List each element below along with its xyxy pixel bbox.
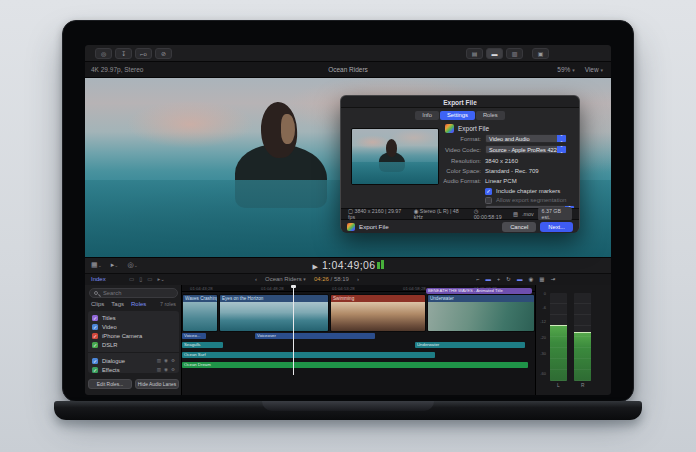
gear-icon[interactable]: ⚙ [171, 367, 175, 372]
title-clip[interactable]: BENEATH THE WAVES - Animated Title [426, 288, 532, 294]
timeline-layout-icon[interactable]: ▬ [486, 48, 503, 59]
file-icon: ▤ [513, 211, 518, 217]
role-row-iphone-camera[interactable]: ✓ iPhone Camera [88, 331, 179, 340]
tab-settings[interactable]: Settings [440, 111, 475, 120]
blade-icon[interactable]: ▯ [139, 276, 142, 282]
loop-icon[interactable]: ▬ [517, 276, 523, 282]
role-checkbox-icon[interactable]: ✓ [92, 367, 98, 373]
role-checkbox-icon[interactable]: ✓ [92, 342, 98, 348]
share-icon[interactable]: ▣ [532, 48, 549, 59]
tab-tags[interactable]: Tags [111, 301, 124, 307]
size-estimate-badge: 6.37 GB est. [538, 207, 572, 221]
codec-label: Video Codec: [401, 147, 481, 153]
next-project-icon[interactable]: › [357, 276, 359, 282]
dialog-tabs: Info Settings Roles [341, 111, 579, 120]
audio-clip-ocean-surf[interactable]: Ocean Surf [182, 352, 435, 358]
clip-name: Waves Crashing [183, 295, 217, 302]
hide-audio-lanes-button[interactable]: Hide Audio Lanes [135, 379, 179, 389]
subrole-lanes-icon[interactable]: ▥ [157, 367, 161, 372]
tab-info[interactable]: Info [415, 111, 439, 120]
audio-meter-mini-icon[interactable] [377, 262, 380, 269]
role-checkbox-icon[interactable]: ✓ [92, 315, 98, 321]
audioformat-row: Audio Format: Linear PCM [401, 176, 577, 185]
transport-bar: ▦⌄ ▸⌄ ◎⌄ ▶1:04:49;06 [85, 257, 611, 273]
macbook-base [54, 401, 642, 420]
search-box[interactable] [89, 288, 178, 298]
clip-thumbnails [183, 302, 217, 332]
subrole-lanes-icon[interactable]: ▥ [157, 358, 161, 363]
audio-clip-seagulls[interactable]: Seagulls [182, 342, 223, 348]
play-icon[interactable]: ▶ [312, 263, 317, 270]
browser-layout-icon[interactable]: ▤ [466, 48, 483, 59]
checkbox-unchecked-icon[interactable] [485, 197, 492, 204]
focus-icon[interactable]: ◉ [164, 358, 168, 363]
role-checkbox-icon[interactable]: ✓ [92, 324, 98, 330]
timeline-project-dropdown[interactable]: Ocean Riders ▾ [265, 276, 306, 282]
clip-thumbnails [331, 302, 425, 332]
cancel-button[interactable]: Cancel [502, 222, 536, 232]
macbook-body: ◎ ↧ ⌐o ⊘ ▤ ▬ ▥ ▣ 4K 29.97p, Stereo Ocean… [62, 20, 634, 402]
role-row-video[interactable]: ✓ Video [88, 322, 179, 331]
role-checkbox-icon[interactable]: ✓ [92, 358, 98, 364]
edit-roles-button[interactable]: Edit Roles... [88, 379, 132, 389]
tab-roles[interactable]: Roles [131, 301, 146, 307]
audio-clip-underwater[interactable]: Underwater [415, 342, 525, 348]
zoom-tool-icon[interactable]: ▭ [147, 276, 152, 282]
effects-browser-icon[interactable]: ◉ [528, 276, 533, 282]
overwrite-edit-icon[interactable]: ↻ [506, 276, 511, 282]
timeline[interactable]: 01:04:43;28 01:04:48;28 01:04:53;28 01:0… [182, 285, 535, 395]
format-row: Format: Video and Audio ⌃⌄ [401, 134, 577, 143]
clip-eyes-on-the-horizon[interactable]: Eyes on the Horizon [219, 294, 329, 332]
search-input[interactable] [101, 289, 171, 297]
chapter-markers-checkbox-row[interactable]: ✓ Include chapter markers [485, 187, 560, 195]
meter-scale: 0 -6 -12 -20 -30 -60 [537, 291, 546, 383]
insert-edit-icon[interactable]: ▬ [486, 276, 492, 282]
role-row-titles[interactable]: ✓ Titles [88, 313, 179, 322]
view-dropdown[interactable]: View ▾ [585, 62, 603, 78]
append-edit-icon[interactable]: + [497, 276, 500, 282]
audio-clip-ocean-dream[interactable]: Ocean Dream [182, 362, 528, 368]
checkbox-checked-icon[interactable]: ✓ [485, 188, 492, 195]
trim-icon[interactable]: ▭ [129, 276, 134, 282]
chapter-markers-label: Include chapter markers [496, 188, 560, 194]
tab-clips[interactable]: Clips [91, 301, 104, 307]
keyword-editor-icon[interactable]: ⌐o [135, 48, 152, 59]
summary-duration: ◷ 00:00:58:19 [474, 208, 506, 220]
index-toggle[interactable]: Index [91, 276, 106, 282]
gear-icon[interactable]: ⚙ [171, 358, 175, 363]
inspector-layout-icon[interactable]: ▥ [506, 48, 523, 59]
duration-readout: 04:26 / 58:19 [314, 276, 349, 282]
segmentation-checkbox-row[interactable]: Allow export segmentation [485, 196, 566, 204]
media-import-icon[interactable]: ◎ [95, 48, 112, 59]
role-row-dslr[interactable]: ✓ DSLR [88, 340, 179, 349]
audio-meter-mini-icon[interactable] [381, 260, 384, 269]
codec-dropdown[interactable]: Source - Apple ProRes 422 ⌃⌄ [485, 145, 567, 154]
dropdown-arrows-icon: ⌃⌄ [557, 145, 566, 154]
previous-project-icon[interactable]: ‹ [255, 276, 257, 282]
audio-clip-voiceover-2[interactable]: Voiceover [255, 333, 375, 339]
download-icon[interactable]: ↧ [115, 48, 132, 59]
clip-name: Swimming [331, 295, 425, 302]
connect-edit-icon[interactable]: ⌐ [476, 276, 479, 282]
role-checkbox-icon[interactable]: ✓ [92, 333, 98, 339]
format-dropdown[interactable]: Video and Audio ⌃⌄ [485, 134, 567, 143]
snapping-icon[interactable]: ⇥ [550, 276, 555, 282]
background-tasks-icon[interactable]: ⊘ [155, 48, 172, 59]
audio-clip-voiceover-1[interactable]: Voiceo... [182, 333, 206, 339]
clip-swimming[interactable]: Swimming [330, 294, 426, 332]
playhead[interactable] [293, 285, 294, 375]
role-row-effects[interactable]: ✓ Effects ▥ ◉ ⚙ [88, 365, 179, 374]
chevron-down-icon: ▾ [572, 67, 575, 73]
transitions-browser-icon[interactable]: ▦ [539, 276, 544, 282]
role-row-dialogue[interactable]: ✓ Dialogue ▥ ◉ ⚙ [88, 356, 179, 365]
tab-roles[interactable]: Roles [476, 111, 505, 120]
next-button[interactable]: Next... [540, 222, 573, 232]
clip-underwater[interactable]: Underwater [427, 294, 535, 332]
zoom-level-dropdown[interactable]: 59% ▾ [557, 62, 574, 78]
clip-waves-crashing[interactable]: Waves Crashing [182, 294, 218, 332]
meter-left-label: L [557, 383, 560, 388]
focus-icon[interactable]: ◉ [164, 367, 168, 372]
pointer-tool-icon[interactable]: ▸⌄ [157, 276, 164, 282]
role-name: Titles [102, 315, 175, 321]
clip-name: Underwater [428, 295, 534, 302]
